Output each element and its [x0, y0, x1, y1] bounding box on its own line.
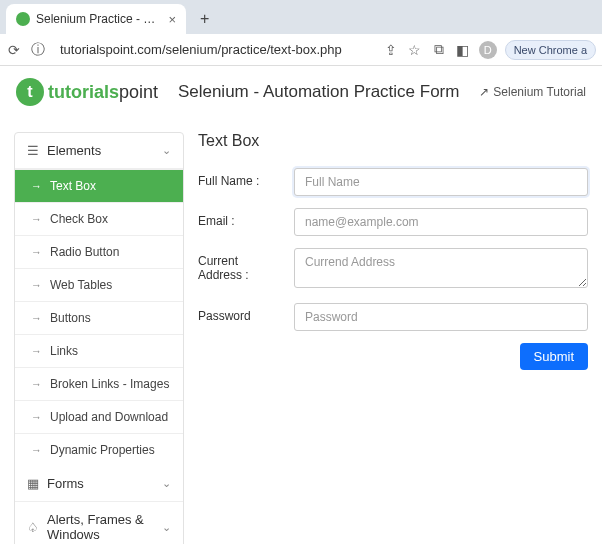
page-title: Selenium - Automation Practice Form — [158, 82, 479, 102]
site-info-icon[interactable]: ⓘ — [30, 41, 46, 59]
tab-bar: Selenium Practice - Text Box × + — [0, 0, 602, 34]
sidebar-item-links[interactable]: →Links — [15, 335, 183, 368]
password-input[interactable] — [294, 303, 588, 331]
sidebar-cat-label: Elements — [47, 143, 101, 158]
address-bar: ⟳ ⓘ tutorialspoint.com/selenium/practice… — [0, 34, 602, 66]
sidebar: ☰Elements ⌄ →Text Box →Check Box →Radio … — [14, 132, 184, 544]
page-header: t tutorialspoint Selenium - Automation P… — [0, 66, 602, 118]
sidebar-sublist: →Text Box →Check Box →Radio Button →Web … — [15, 169, 183, 466]
favicon — [16, 12, 30, 26]
extensions-icon[interactable]: ⧉ — [431, 41, 447, 58]
sidebar-item-label: Text Box — [50, 179, 96, 193]
external-link[interactable]: ↗ Selenium Tutorial — [479, 85, 586, 99]
main-panel: Text Box Full Name : Email : Current Add… — [198, 132, 588, 544]
menu-icon: ☰ — [27, 143, 39, 158]
browser-tab[interactable]: Selenium Practice - Text Box × — [6, 4, 186, 34]
sidebar-item-label: Dynamic Properties — [50, 443, 155, 457]
sidebar-item-label: Web Tables — [50, 278, 112, 292]
form-row-address: Current Address : — [198, 248, 588, 291]
arrow-right-icon: → — [31, 180, 42, 192]
sidebar-item-text-box[interactable]: →Text Box — [15, 170, 183, 203]
section-heading: Text Box — [198, 132, 588, 150]
share-icon[interactable]: ⇪ — [383, 42, 399, 58]
sidebar-item-check-box[interactable]: →Check Box — [15, 203, 183, 236]
content: ☰Elements ⌄ →Text Box →Check Box →Radio … — [0, 118, 602, 544]
sidebar-item-label: Buttons — [50, 311, 91, 325]
sidebar-item-label: Check Box — [50, 212, 108, 226]
email-input[interactable] — [294, 208, 588, 236]
label-address: Current Address : — [198, 248, 284, 282]
logo-text-a: tutorials — [48, 82, 119, 102]
fullname-input[interactable] — [294, 168, 588, 196]
bell-icon: ♤ — [27, 520, 39, 535]
browser-chrome: Selenium Practice - Text Box × + ⟳ ⓘ tut… — [0, 0, 602, 66]
label-password: Password — [198, 303, 284, 323]
star-icon[interactable]: ☆ — [407, 42, 423, 58]
sidebar-item-web-tables[interactable]: →Web Tables — [15, 269, 183, 302]
arrow-right-icon: → — [31, 213, 42, 225]
toolbar-right: ⇪ ☆ ⧉ ◧ D New Chrome a — [383, 40, 596, 60]
arrow-right-icon: → — [31, 411, 42, 423]
form-row-password: Password — [198, 303, 588, 331]
sidebar-cat-elements[interactable]: ☰Elements ⌄ — [15, 133, 183, 169]
sidepane-icon[interactable]: ◧ — [455, 42, 471, 58]
page: t tutorialspoint Selenium - Automation P… — [0, 66, 602, 544]
arrow-right-icon: → — [31, 312, 42, 324]
logo-mark-icon: t — [16, 78, 44, 106]
close-icon[interactable]: × — [168, 12, 176, 27]
sidebar-item-upload-download[interactable]: →Upload and Download — [15, 401, 183, 434]
profile-avatar[interactable]: D — [479, 41, 497, 59]
logo-text-b: point — [119, 82, 158, 102]
arrow-right-icon: → — [31, 444, 42, 456]
sidebar-item-label: Radio Button — [50, 245, 119, 259]
form-row-email: Email : — [198, 208, 588, 236]
sidebar-item-label: Upload and Download — [50, 410, 168, 424]
url-field[interactable]: tutorialspoint.com/selenium/practice/tex… — [54, 38, 375, 61]
chevron-down-icon: ⌄ — [162, 521, 171, 534]
form-icon: ▦ — [27, 476, 39, 491]
arrow-right-icon: → — [31, 378, 42, 390]
sidebar-item-broken-links[interactable]: →Broken Links - Images — [15, 368, 183, 401]
form-row-fullname: Full Name : — [198, 168, 588, 196]
external-link-label: Selenium Tutorial — [493, 85, 586, 99]
address-input[interactable] — [294, 248, 588, 288]
logo[interactable]: t tutorialspoint — [16, 78, 158, 106]
sidebar-item-label: Broken Links - Images — [50, 377, 169, 391]
chevron-down-icon: ⌄ — [162, 477, 171, 490]
logo-text: tutorialspoint — [48, 82, 158, 103]
sidebar-cat-forms[interactable]: ▦Forms ⌄ — [15, 466, 183, 502]
label-email: Email : — [198, 208, 284, 228]
sidebar-cat-alerts[interactable]: ♤Alerts, Frames & Windows ⌄ — [15, 502, 183, 544]
label-fullname: Full Name : — [198, 168, 284, 188]
reload-icon[interactable]: ⟳ — [6, 42, 22, 58]
arrow-right-icon: → — [31, 345, 42, 357]
arrow-right-icon: → — [31, 279, 42, 291]
chevron-down-icon: ⌄ — [162, 144, 171, 157]
new-tab-button[interactable]: + — [192, 6, 217, 32]
submit-button[interactable]: Submit — [520, 343, 588, 370]
new-chrome-chip[interactable]: New Chrome a — [505, 40, 596, 60]
submit-row: Submit — [198, 343, 588, 370]
arrow-right-icon: → — [31, 246, 42, 258]
sidebar-item-dynamic-properties[interactable]: →Dynamic Properties — [15, 434, 183, 466]
sidebar-cat-label: Alerts, Frames & Windows — [47, 512, 162, 542]
sidebar-item-radio-button[interactable]: →Radio Button — [15, 236, 183, 269]
sidebar-item-label: Links — [50, 344, 78, 358]
sidebar-cat-label: Forms — [47, 476, 84, 491]
external-link-icon: ↗ — [479, 85, 489, 99]
tab-title: Selenium Practice - Text Box — [36, 12, 158, 26]
sidebar-item-buttons[interactable]: →Buttons — [15, 302, 183, 335]
